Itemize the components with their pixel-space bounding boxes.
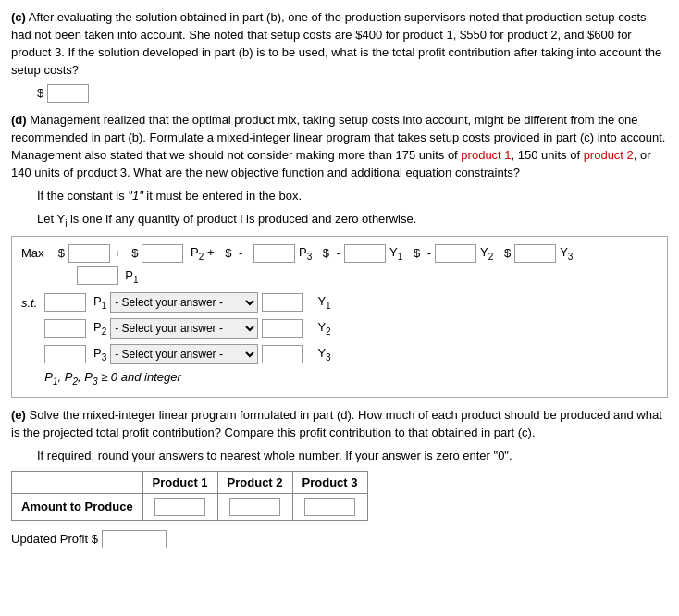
y1-label: Y1 [389, 245, 402, 262]
minus1: - [235, 246, 242, 260]
constraint-p3-lhs-input[interactable] [44, 345, 86, 363]
constraints-block: P1 - Select your answer - ≤ ≥ = Y1 P2 [44, 292, 658, 390]
section-c: (c) After evaluating the solution obtain… [11, 9, 668, 103]
table-row-amount: Amount to Produce [12, 493, 368, 520]
p1-constraint-label: P1 [90, 294, 106, 311]
amount-p3-input[interactable] [304, 498, 355, 516]
max-y2-coeff-input[interactable] [435, 244, 476, 263]
note-constant: If the constant is "1" it must be entere… [37, 188, 668, 205]
dollar4: $ [414, 246, 420, 260]
p1-sub-label: P1 [122, 268, 139, 282]
amount-p1-input[interactable] [154, 498, 205, 516]
minus2: - [333, 246, 340, 260]
table-header-empty [12, 471, 143, 493]
section-c-label: (c) [11, 10, 26, 24]
dollar-sign-c: $ [37, 86, 43, 100]
constraint-row-p1: P1 - Select your answer - ≤ ≥ = Y1 [44, 292, 658, 313]
max-y3-coeff-input[interactable] [514, 244, 556, 263]
plus1: + [114, 246, 121, 260]
st-label: s.t. [21, 292, 37, 390]
section-c-text: After evaluating the solution obtained i… [11, 10, 661, 77]
row-label-amount: Amount to Produce [12, 493, 143, 520]
dollar5: $ [504, 246, 511, 260]
dollar-p2-sign: $ [131, 246, 138, 260]
dollar2: $ [225, 246, 231, 260]
max-p1-sub-input[interactable] [77, 266, 118, 285]
max-y1-coeff-input[interactable] [344, 244, 386, 263]
constraint-row-p2: P2 - Select your answer - ≤ ≥ = Y2 [44, 318, 658, 339]
table-header-product3: Product 3 [292, 471, 367, 493]
constraint-p1-lhs-input[interactable] [44, 293, 86, 312]
section-e: (e) Solve the mixed-integer linear progr… [11, 407, 668, 548]
section-c-answer-input[interactable] [47, 84, 89, 103]
updated-profit-input[interactable] [102, 530, 167, 548]
constraint-p1-select[interactable]: - Select your answer - ≤ ≥ = [110, 292, 258, 313]
constraint-footer: P1, P2, P3 ≥ 0 and integer [44, 370, 658, 387]
section-e-note: If required, round your answers to neare… [37, 448, 668, 465]
amount-p2-input[interactable] [229, 498, 280, 516]
max-p3-coeff-input[interactable] [253, 244, 295, 263]
y1-constraint-label: Y1 [317, 294, 330, 311]
y2-constraint-label: Y2 [317, 320, 330, 337]
note-yi: Let Yi is one if any quantity of product… [37, 211, 668, 230]
p3-constraint-label: P3 [90, 346, 106, 363]
table-header-product2: Product 2 [217, 471, 292, 493]
constraint-p3-select[interactable]: - Select your answer - ≤ ≥ = [110, 344, 258, 364]
constraint-p2-rhs-input[interactable] [262, 319, 303, 338]
max-p1-coeff-input[interactable] [68, 244, 110, 263]
section-e-label: (e) [11, 408, 26, 422]
table-cell-p1[interactable] [142, 493, 217, 520]
table-cell-p3[interactable] [292, 493, 367, 520]
minus3: - [424, 246, 431, 260]
constraint-row-p3: P3 - Select your answer - ≤ ≥ = Y3 [44, 344, 658, 364]
constraint-p2-lhs-input[interactable] [44, 319, 86, 338]
y2-label: Y2 [480, 245, 493, 262]
max-row: Max $ + $ P2 + $ - P3 $ - Y1 $ - Y [21, 244, 658, 263]
p3-label: P3 [299, 245, 312, 262]
section-e-text: Solve the mixed-integer linear program f… [11, 408, 662, 439]
p2-constraint-label: P2 [90, 320, 106, 337]
max-label: Max [21, 246, 44, 260]
table-header-product1: Product 1 [142, 471, 217, 493]
objective-function-box: Max $ + $ P2 + $ - P3 $ - Y1 $ - Y [11, 236, 668, 399]
section-d-label: (d) [11, 113, 27, 127]
dollar3: $ [323, 246, 329, 260]
constraint-p1-rhs-input[interactable] [262, 293, 303, 312]
updated-profit-label: Updated Profit $ [11, 532, 98, 546]
section-d: (d) Management realized that the optimal… [11, 112, 668, 398]
y3-label: Y3 [560, 245, 573, 262]
y3-constraint-label: Y3 [317, 346, 330, 363]
section-d-text: Management realized that the optimal pro… [11, 113, 665, 179]
max-p2-coeff-input[interactable] [142, 244, 183, 263]
product-table: Product 1 Product 2 Product 3 Amount to … [11, 471, 368, 521]
p2-label: P2 + [187, 245, 214, 262]
table-cell-p2[interactable] [217, 493, 292, 520]
updated-profit-row: Updated Profit $ [11, 530, 668, 548]
dollar1: $ [58, 246, 65, 260]
constraint-p3-rhs-input[interactable] [262, 345, 303, 363]
constraint-p2-select[interactable]: - Select your answer - ≤ ≥ = [110, 318, 258, 339]
st-section: s.t. P1 - Select your answer - ≤ ≥ = Y1 [21, 292, 658, 390]
